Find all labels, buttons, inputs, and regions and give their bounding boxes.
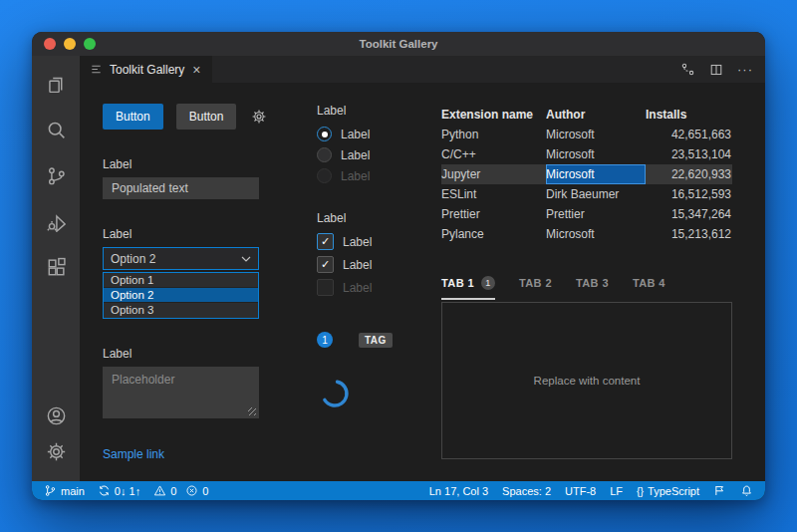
dropdown-select[interactable]: Option 2	[103, 247, 259, 270]
encoding-item[interactable]: UTF-8	[565, 485, 596, 497]
accounts-icon[interactable]	[40, 399, 72, 431]
cell-installs[interactable]: 15,213,612	[646, 227, 732, 241]
tab-4[interactable]: TAB 4	[633, 277, 665, 291]
tab-toolkit-gallery[interactable]: Toolkit Gallery ×	[80, 56, 212, 83]
open-changes-icon[interactable]	[680, 62, 695, 77]
activity-bar	[32, 56, 80, 481]
cell-installs[interactable]: 22,620,933	[646, 167, 732, 181]
radio-row-disabled: Label	[317, 167, 438, 184]
source-control-icon[interactable]	[40, 159, 72, 191]
grid-header-row: Extension name Author Installs	[441, 104, 732, 125]
progress-ring	[319, 378, 351, 409]
cell-extension[interactable]: Pylance	[441, 227, 546, 241]
radio-label: Label	[341, 128, 370, 141]
checkbox-row-checked[interactable]: ✓ Label	[317, 256, 438, 273]
cell-author-selected[interactable]: Microsoft	[546, 164, 646, 184]
radio-row-unchecked[interactable]: Label	[317, 146, 438, 163]
dropdown-option-1[interactable]: Option 1	[104, 273, 258, 288]
vscode-window: Toolkit Gallery	[32, 32, 765, 500]
tab-1[interactable]: TAB 1 1	[441, 276, 495, 292]
radio-row-checked[interactable]: Label	[317, 126, 438, 142]
editor-tab-bar: Toolkit Gallery ×	[80, 56, 765, 83]
sample-link[interactable]: Sample link	[103, 447, 164, 461]
table-row[interactable]: Pylance Microsoft 15,213,612	[441, 224, 732, 244]
split-editor-icon[interactable]	[709, 63, 723, 77]
cell-extension[interactable]: C/C++	[441, 147, 546, 161]
chevron-down-icon	[241, 256, 251, 262]
checkbox-label: Label	[343, 235, 372, 249]
cell-extension[interactable]: Python	[441, 128, 546, 141]
traffic-lights	[44, 38, 96, 50]
tab-3[interactable]: TAB 3	[576, 277, 609, 291]
window-title: Toolkit Gallery	[359, 38, 437, 50]
dropdown-label: Label	[103, 227, 259, 241]
dropdown-option-3[interactable]: Option 3	[104, 303, 258, 318]
radio-label: Label	[341, 148, 370, 162]
checkbox-label: Label	[343, 281, 372, 295]
radio-checked-icon[interactable]	[317, 127, 332, 141]
tab-1-label: TAB 1	[441, 277, 474, 289]
tab-close-icon[interactable]: ×	[191, 63, 201, 77]
table-row[interactable]: C/C++ Microsoft 23,513,104	[441, 144, 732, 164]
minimize-window-button[interactable]	[64, 38, 76, 50]
cursor-position-item[interactable]: Ln 17, Col 3	[429, 485, 488, 497]
radio-disabled-icon	[317, 168, 332, 183]
cell-installs[interactable]: 23,513,104	[646, 147, 732, 161]
checkbox-checked-icon[interactable]: ✓	[317, 256, 334, 273]
checkbox-checked-icon[interactable]: ✓	[317, 233, 334, 250]
status-bar: main 0↓ 1↑ 0	[32, 481, 765, 500]
titlebar: Toolkit Gallery	[32, 32, 765, 56]
indentation-item[interactable]: Spaces: 2	[502, 485, 551, 497]
table-row-selected[interactable]: Jupyter Microsoft 22,620,933	[441, 164, 732, 184]
text-area-label: Label	[103, 347, 259, 361]
eol-item[interactable]: LF	[610, 485, 623, 497]
checkbox-row-focused[interactable]: ✓ Label	[317, 233, 438, 250]
cell-extension[interactable]: Jupyter	[441, 167, 546, 181]
toolkit-gallery-webview: Button Button Label Label	[80, 83, 765, 481]
table-row[interactable]: Python Microsoft 42,651,663	[441, 125, 732, 144]
secondary-button[interactable]: Button	[176, 104, 237, 130]
resize-grip-icon[interactable]	[248, 407, 256, 415]
table-row[interactable]: ESLint Dirk Baeumer 16,512,593	[441, 184, 732, 204]
desktop-background: Toolkit Gallery	[0, 0, 797, 532]
cell-author[interactable]: Microsoft	[546, 128, 646, 141]
gear-icon-button[interactable]	[249, 107, 269, 127]
cell-author[interactable]: Microsoft	[546, 147, 646, 161]
checkbox-disabled-icon	[317, 279, 334, 296]
tab-2[interactable]: TAB 2	[519, 277, 552, 291]
warning-count: 0	[170, 485, 176, 497]
dropdown-option-2[interactable]: Option 2	[104, 288, 258, 303]
close-window-button[interactable]	[44, 38, 56, 50]
text-area-input[interactable]	[103, 367, 259, 418]
language-name: TypeScript	[648, 485, 699, 497]
cell-extension[interactable]: ESLint	[441, 187, 546, 201]
git-branch-item[interactable]: main	[44, 484, 85, 497]
notifications-item[interactable]	[740, 484, 753, 497]
cell-installs[interactable]: 15,347,264	[646, 207, 732, 221]
run-and-debug-icon[interactable]	[40, 205, 72, 237]
table-row[interactable]: Prettier Prettier 15,347,264	[441, 204, 732, 224]
settings-gear-icon[interactable]	[40, 435, 72, 467]
language-mode-item[interactable]: {} TypeScript	[637, 485, 699, 497]
cell-author[interactable]: Prettier	[546, 207, 646, 221]
search-icon[interactable]	[40, 114, 72, 145]
cell-author[interactable]: Dirk Baeumer	[546, 187, 646, 201]
sync-counts: 0↓ 1↑	[115, 485, 140, 497]
tab-1-badge: 1	[481, 276, 495, 290]
explorer-icon[interactable]	[40, 68, 72, 100]
git-branch-icon	[44, 484, 57, 497]
cell-installs[interactable]: 42,651,663	[646, 128, 732, 141]
text-field-input[interactable]	[103, 177, 259, 199]
cell-author[interactable]: Microsoft	[546, 227, 646, 241]
problems-item[interactable]: 0 0	[153, 484, 208, 497]
cell-extension[interactable]: Prettier	[441, 207, 546, 221]
extensions-icon[interactable]	[40, 251, 72, 283]
radio-unchecked-icon[interactable]	[317, 147, 332, 162]
primary-button[interactable]: Button	[103, 104, 163, 130]
sync-item[interactable]: 0↓ 1↑	[98, 484, 140, 497]
cell-installs[interactable]: 16,512,593	[646, 187, 732, 201]
count-badge: 1	[317, 332, 333, 348]
zoom-window-button[interactable]	[84, 38, 96, 50]
more-actions-icon[interactable]: ···	[737, 62, 753, 77]
feedback-item[interactable]	[713, 484, 726, 497]
